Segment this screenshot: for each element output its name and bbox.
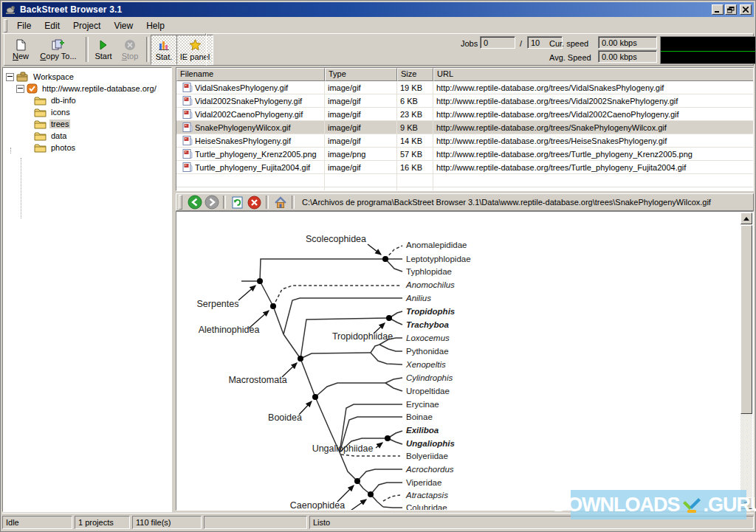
image-file-icon [182, 162, 193, 172]
svg-text:Atractapsis: Atractapsis [405, 491, 448, 500]
cell-type: image/gif [325, 108, 397, 120]
column-header-size[interactable]: Size [397, 68, 433, 81]
svg-text:Boinae: Boinae [406, 412, 433, 421]
collapse-expander-icon[interactable] [6, 73, 14, 81]
status-panel-1: 1 projects [75, 516, 130, 529]
svg-text:Tropidophiidae: Tropidophiidae [332, 331, 393, 342]
tree-item-icons[interactable]: icons [3, 106, 171, 118]
svg-text:Trachyboa: Trachyboa [406, 320, 450, 329]
table-row[interactable]: Turtle_phylogeny_Fujita2004.gifimage/gif… [176, 161, 753, 174]
window-title: BackStreet Browser 3.1 [20, 4, 712, 15]
table-row[interactable]: Vidal2002CaenoPhylogeny.gifimage/gif23 K… [176, 108, 753, 121]
preview-toolbar-separator [266, 196, 269, 209]
menu-item-view[interactable]: View [107, 19, 140, 32]
menu-item-edit[interactable]: Edit [38, 19, 66, 32]
svg-text:Xenopeltis: Xenopeltis [405, 360, 446, 369]
table-row[interactable]: Vidal2002SnakePhylogeny.gifimage/gif6 KB… [176, 94, 753, 108]
tree-item-label[interactable]: trees [49, 120, 70, 128]
menu-item-project[interactable]: Project [66, 19, 107, 32]
minimize-button[interactable] [712, 4, 724, 15]
toolbar-separator [86, 37, 89, 62]
folder-icon [34, 108, 47, 117]
tree-item-label[interactable]: db-info [49, 96, 78, 105]
speed-graph-line [661, 51, 755, 52]
image-file-icon [182, 109, 193, 119]
close-button[interactable] [740, 4, 752, 15]
preview-toolbar-grip[interactable] [179, 195, 182, 210]
column-header-url[interactable]: URL [433, 68, 753, 81]
folder-icon [34, 143, 47, 153]
cell-url: http://www.reptile-database.org/trees/Vi… [433, 81, 753, 94]
scroll-up-button[interactable] [740, 213, 752, 224]
watermark-text-right: .GURU [704, 494, 756, 517]
svg-text:Caenophidea: Caenophidea [290, 500, 345, 511]
cell-size: 23 KB [397, 108, 433, 120]
table-row[interactable]: Turtle_phylogeny_Krenz2005.pngimage/png5… [176, 148, 753, 161]
cell-url: http://www.reptile-database.org/trees/Tu… [433, 161, 753, 173]
forward-button[interactable] [204, 195, 219, 210]
svg-text:Uropeltidae: Uropeltidae [406, 387, 450, 395]
tree-folder-list: db-infoiconstreesdataphotos [3, 94, 171, 153]
column-header-type[interactable]: Type [325, 68, 397, 81]
svg-text:Erycinae: Erycinae [406, 400, 439, 409]
cur-speed-field: 0.00 kbps [598, 36, 657, 49]
image-file-icon [182, 122, 193, 132]
refresh-button[interactable] [230, 195, 245, 210]
menu-item-help[interactable]: Help [140, 19, 171, 32]
stop-button-preview[interactable] [247, 195, 262, 210]
scrollbar-thumb[interactable] [740, 225, 752, 414]
table-row[interactable]: HeiseSnakesPhylogeny.gifimage/gif14 KBht… [176, 134, 753, 148]
tree-item-trees[interactable]: trees [3, 118, 171, 130]
phylogeny-diagram: AnomalepididaeLeptotyphlopidaeTyphlopida… [176, 212, 743, 511]
collapse-expander-icon[interactable] [16, 85, 24, 93]
table-row[interactable]: SnakePhylogenyWilcox.gifimage/gif9 KBhtt… [176, 121, 753, 134]
workspace-tree-panel: Workspace http://www.reptile-database.or… [2, 67, 172, 512]
column-header-filename[interactable]: Filename [176, 68, 325, 81]
svg-text:Pythonidae: Pythonidae [406, 347, 449, 356]
image-file-icon [182, 136, 193, 145]
svg-text:Scolecophidea: Scolecophidea [306, 234, 366, 244]
cell-filename: VidalSnakesPhylogeny.gif [195, 83, 288, 92]
preview-vertical-scrollbar[interactable] [740, 213, 752, 509]
tree-item-data[interactable]: data [3, 130, 171, 142]
avg-speed-field: 0.00 kbps [598, 50, 657, 63]
svg-text:Ungaliophiidae: Ungaliophiidae [312, 443, 374, 454]
tree-item-project-label[interactable]: http://www.reptile-database.org/ [41, 84, 158, 93]
home-button[interactable] [272, 195, 288, 210]
svg-text:Typhlopidae: Typhlopidae [406, 267, 452, 276]
workspace-icon [16, 72, 29, 82]
tree-item-label[interactable]: photos [49, 143, 77, 152]
tree-item-db-info[interactable]: db-info [3, 94, 171, 106]
table-row-empty [176, 187, 753, 191]
svg-text:Loxocemus: Loxocemus [406, 334, 450, 342]
table-row-empty [176, 174, 753, 187]
stop-button[interactable]: Stop [117, 35, 143, 63]
copy-to-button-label: Copy To... [40, 52, 76, 61]
jobs-current-field[interactable]: 0 [480, 36, 515, 49]
status-panel-2: 110 file(s) [132, 516, 202, 529]
tree-item-project[interactable]: http://www.reptile-database.org/ [3, 83, 171, 94]
tree-item-label[interactable]: icons [49, 108, 72, 117]
stat-toggle-button[interactable]: Stat. [151, 35, 177, 65]
new-button[interactable]: New [7, 35, 34, 63]
image-file-icon [182, 96, 193, 106]
menu-grip[interactable] [4, 19, 7, 32]
start-button[interactable]: Start [90, 35, 117, 63]
table-row[interactable]: VidalSnakesPhylogeny.gifimage/gif19 KBht… [176, 81, 753, 94]
menu-item-file[interactable]: File [10, 19, 38, 32]
file-table-header: FilenameTypeSizeURL [176, 68, 753, 81]
toolbar-separator [146, 37, 149, 62]
copy-to-button[interactable]: Copy To... [35, 35, 81, 63]
cell-type: image/gif [325, 81, 397, 94]
back-button[interactable] [187, 195, 202, 210]
menu-bar-items: FileEditProjectViewHelp [10, 19, 171, 32]
tree-item-label[interactable]: data [49, 131, 68, 140]
cell-url: http://www.reptile-database.org/trees/Sn… [433, 121, 753, 134]
jobs-label: Jobs [461, 39, 478, 48]
tree-item-workspace-label[interactable]: Workspace [32, 72, 75, 81]
cell-filename: SnakePhylogenyWilcox.gif [195, 123, 291, 132]
preview-toolbar: C:\Archivos de programa\BackStreet Brows… [176, 193, 754, 211]
tree-item-photos[interactable]: photos [3, 142, 171, 153]
tree-item-workspace[interactable]: Workspace [3, 71, 171, 83]
restore-button[interactable] [725, 4, 737, 15]
